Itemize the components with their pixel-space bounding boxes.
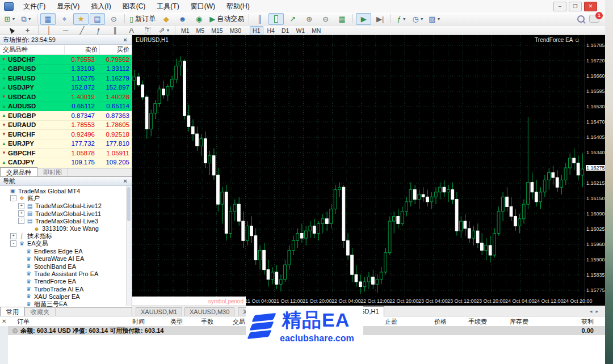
terminal-column-手续费[interactable]: 手续费: [468, 318, 487, 326]
arrows-button[interactable]: ⇗▼: [157, 24, 172, 36]
candlestick-button[interactable]: [268, 13, 284, 25]
expand-icon[interactable]: +: [18, 203, 24, 209]
tree-item-TradeMax-Global-MT4[interactable]: ▣TradeMax Global MT4: [0, 187, 132, 194]
quote-row-EURUSD[interactable]: ▲EURUSD1.162751.16279: [0, 74, 132, 83]
quote-row-CADJPY[interactable]: ▲CADJPY109.175109.205: [0, 158, 132, 168]
tile-windows-button[interactable]: ▦: [334, 13, 350, 25]
notifications-icon[interactable]: 1: [589, 15, 599, 23]
timeframe-M30[interactable]: M30: [227, 26, 244, 35]
terminal-close-icon[interactable]: ✕: [2, 318, 6, 324]
menu-item-T[interactable]: 工具(T): [151, 1, 184, 12]
ea-smiley-icon[interactable]: ☺: [574, 37, 580, 43]
timeframe-M1[interactable]: M1: [178, 26, 192, 35]
menu-item-V[interactable]: 显示(V): [51, 1, 85, 12]
new-order-button[interactable]: ▯新订单: [128, 13, 157, 25]
quote-row-USDCAD[interactable]: ▼USDCAD1.400191.40028: [0, 92, 132, 102]
menu-item-I[interactable]: 插入(I): [85, 1, 116, 12]
auto-scroll-toggle[interactable]: ▶: [356, 13, 371, 25]
periods-button[interactable]: ◷▼: [410, 13, 426, 25]
menu-item-F[interactable]: 文件(F): [18, 1, 51, 12]
collapse-icon[interactable]: -: [10, 195, 16, 201]
timeframe-M15[interactable]: M15: [208, 26, 225, 35]
quote-row-EURJPY[interactable]: ▲EURJPY177.732177.810: [0, 139, 132, 149]
chart-tab-XAUUSD,M1[interactable]: XAUUSD,M1: [136, 307, 182, 316]
channel-button[interactable]: ∥: [107, 24, 123, 36]
tree-item-TrendForce-EA[interactable]: ♛TrendForce EA: [0, 278, 132, 285]
market-watch-close-icon[interactable]: ✕: [122, 37, 129, 43]
zoom-out-button[interactable]: ⊖: [318, 13, 333, 25]
cursor-button[interactable]: [3, 24, 19, 36]
fibonacci-button[interactable]: ƒ: [91, 24, 106, 36]
tree-item-细菌三号EA[interactable]: ♛细菌三号EA: [0, 300, 132, 307]
navigator-close-icon[interactable]: ✕: [122, 178, 129, 184]
timeframe-H1[interactable]: H1: [250, 26, 263, 35]
tree-item-EA交易[interactable]: -♛EA交易: [0, 240, 132, 247]
quote-row-GBPCHF[interactable]: ▼GBPCHF1.058781.05911: [0, 149, 132, 158]
column-ask[interactable]: 买价: [99, 45, 132, 54]
close-button[interactable]: ✕: [584, 2, 597, 11]
quote-row-EURCHF[interactable]: ▼EURCHF0.924960.92518: [0, 130, 132, 139]
chart-tab-XAUUSD,M30[interactable]: XAUUSD,M30: [184, 307, 234, 316]
tree-item-账户[interactable]: -❖账户: [0, 194, 132, 202]
tree-item-Endless-Edge-EA[interactable]: ♛Endless Edge EA: [0, 247, 132, 255]
expand-icon[interactable]: +: [18, 210, 24, 217]
market-watch-toggle[interactable]: ▦: [40, 13, 56, 25]
text-label-button[interactable]: T: [140, 24, 156, 36]
chart-plot[interactable]: [132, 35, 585, 297]
quote-row-USDCHF[interactable]: ▼USDCHF0.795530.79562: [0, 55, 132, 65]
menu-item-H[interactable]: 帮助(H): [221, 1, 255, 12]
timeframe-M5[interactable]: M5: [194, 26, 208, 35]
tree-item-TradeMaxGlobal-Live11[interactable]: +▤TradeMaxGlobal-Live11: [0, 210, 132, 217]
tree-item-TurboTrade-AI-EA[interactable]: ♛TurboTrade AI EA: [0, 285, 132, 293]
zoom-in-button[interactable]: ⊕: [301, 13, 317, 25]
terminal-toggle[interactable]: ▤: [90, 13, 105, 25]
restore-button[interactable]: ❐: [569, 2, 582, 11]
navigator-toggle[interactable]: ★: [73, 13, 89, 25]
signals-button[interactable]: ◉: [191, 13, 207, 25]
chart-shift-button[interactable]: ▶|: [372, 13, 388, 25]
terminal-column-时间[interactable]: 时间: [132, 318, 145, 326]
metaeditor-button[interactable]: ◆: [158, 13, 174, 25]
terminal-column-手数[interactable]: 手数: [201, 318, 213, 326]
market-watch-titlebar[interactable]: 市场报价: 23:54:59 ✕: [0, 35, 132, 45]
trendline-button[interactable]: ╱: [74, 24, 90, 36]
tree-item-NeuraWave-AI-EA[interactable]: ♛NeuraWave AI EA: [0, 255, 132, 263]
tree-item-Trade-Assistant-Pro-EA[interactable]: ♛Trade Assistant Pro EA: [0, 270, 132, 277]
navigator-scrollbar[interactable]: [126, 186, 132, 306]
strategy-tester-button[interactable]: ⊙: [106, 13, 121, 25]
chart-tabs-scroll-arrows[interactable]: ◂▸: [590, 308, 602, 314]
terminal-column-订单[interactable]: 订单: [17, 318, 30, 326]
tree-item-TradeMaxGlobal-Live12[interactable]: +▤TradeMaxGlobal-Live12: [0, 202, 132, 210]
timeframe-MN[interactable]: MN: [309, 26, 324, 35]
quote-row-EURAUD[interactable]: ▼EURAUD1.785531.78605: [0, 121, 132, 130]
quote-row-GBPUSD[interactable]: ▲GBPUSD1.331031.33112: [0, 65, 132, 74]
collapse-icon[interactable]: -: [18, 218, 24, 224]
quote-row-EURGBP[interactable]: ▲EURGBP0.873470.87363: [0, 111, 132, 121]
profiles-button[interactable]: ⧉▼: [19, 13, 34, 25]
horizontal-line-button[interactable]: ─: [58, 24, 73, 36]
autotrading-button[interactable]: ▶自动交易: [208, 13, 246, 25]
tree-item-StochiBand-EA[interactable]: ♛StochiBand EA: [0, 263, 132, 270]
new-chart-button[interactable]: ⊞▼: [2, 13, 18, 25]
indicators-button[interactable]: ƒ▼: [394, 13, 409, 25]
timeframe-D1[interactable]: D1: [279, 26, 292, 35]
line-chart-button[interactable]: ↗: [285, 13, 300, 25]
menu-item-W[interactable]: 窗口(W): [185, 1, 221, 12]
bar-chart-button[interactable]: ║: [252, 13, 267, 25]
vertical-line-button[interactable]: │: [41, 24, 57, 36]
terminal-column-获利[interactable]: 获利: [581, 318, 594, 326]
text-button[interactable]: A: [124, 24, 139, 36]
data-window-toggle[interactable]: ⌖: [57, 13, 72, 25]
tree-item-技术指标[interactable]: +ƒ技术指标: [0, 232, 132, 240]
terminal-column-止盈[interactable]: 止盈: [385, 318, 397, 326]
expand-icon[interactable]: +: [10, 233, 16, 239]
collapse-icon[interactable]: -: [10, 240, 16, 247]
tree-item-3313109:-Xue-Wang[interactable]: ☻3313109: Xue Wang: [0, 225, 132, 232]
minimize-button[interactable]: –: [553, 2, 566, 11]
column-bid[interactable]: 卖价: [64, 45, 99, 54]
tree-item-TradeMaxGlobal-Live3[interactable]: -▤TradeMaxGlobal-Live3: [0, 217, 132, 225]
crosshair-button[interactable]: +: [20, 24, 35, 36]
terminal-column-交易[interactable]: 交易: [233, 318, 245, 326]
terminal-column-库存费[interactable]: 库存费: [510, 318, 528, 326]
timeframe-H4[interactable]: H4: [264, 26, 278, 35]
